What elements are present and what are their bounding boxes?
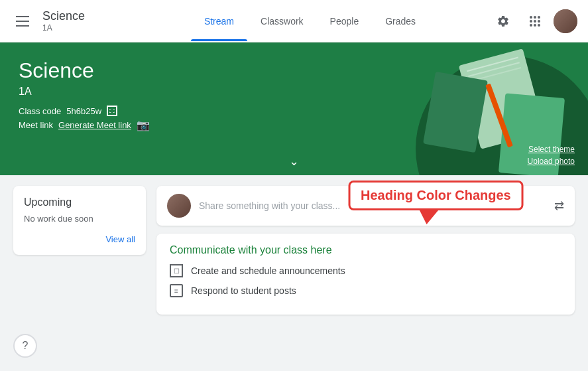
share-input[interactable]: Share something with your class... — [199, 200, 546, 211]
hero-banner: Science 1A Class code 5h6b25w ⛶ Meet lin… — [0, 42, 588, 175]
nav-tabs: Stream Classwork People Grades — [130, 1, 490, 41]
hero-class-subtitle: 1A — [19, 86, 150, 98]
gear-icon — [497, 15, 510, 28]
hero-meta: Class code 5h6b25w ⛶ Meet link Generate … — [19, 106, 150, 131]
communicate-title: Communicate with your class here — [170, 244, 561, 256]
view-all-button[interactable]: View all — [24, 234, 135, 244]
tab-grades[interactable]: Grades — [372, 1, 429, 41]
class-code-value: 5h6b25w — [66, 106, 101, 116]
upcoming-title: Upcoming — [24, 196, 135, 208]
share-avatar — [167, 194, 191, 218]
share-refresh-button[interactable]: ⇄ — [554, 198, 564, 213]
tab-classwork[interactable]: Classwork — [247, 1, 317, 41]
app-subtitle: 1A — [42, 23, 85, 33]
user-avatar-button[interactable] — [554, 9, 577, 33]
apps-button[interactable] — [522, 8, 548, 35]
hero-class-title: Science — [19, 58, 150, 83]
app-title: Science 1A — [42, 9, 85, 33]
communicate-item-announcements: ☐ Create and schedule announcements — [170, 264, 561, 277]
nav-right — [490, 8, 577, 35]
class-code-row: Class code 5h6b25w ⛶ — [19, 106, 150, 116]
sidebar: Upcoming No work due soon View all — [13, 186, 146, 360]
select-theme-button[interactable]: Select theme — [528, 145, 575, 154]
hamburger-menu-button[interactable] — [11, 11, 34, 32]
help-button[interactable]: ? — [13, 334, 37, 358]
tab-people[interactable]: People — [317, 1, 373, 41]
comment-icon: ≡ — [170, 284, 183, 297]
share-card: Share something with your class... Headi… — [156, 186, 575, 226]
announcement-text: Create and schedule announcements — [191, 265, 345, 276]
tab-stream[interactable]: Stream — [191, 1, 247, 41]
upload-photo-button[interactable]: Upload photo — [528, 157, 575, 166]
hero-content: Science 1A Class code 5h6b25w ⛶ Meet lin… — [19, 58, 150, 131]
communicate-card: Communicate with your class here ☐ Creat… — [156, 234, 575, 315]
upcoming-card: Upcoming No work due soon View all — [13, 186, 146, 255]
hero-actions: Select theme Upload photo — [528, 145, 575, 166]
expand-icon[interactable]: ⛶ — [107, 106, 117, 116]
meet-link-value[interactable]: Generate Meet link — [58, 120, 131, 130]
communicate-item-posts: ≡ Respond to student posts — [170, 284, 561, 297]
announcement-icon: ☐ — [170, 264, 183, 277]
class-code-label: Class code — [19, 106, 61, 116]
meet-link-row: Meet link Generate Meet link 📷 — [19, 119, 150, 131]
posts-text: Respond to student posts — [191, 285, 296, 296]
hero-chevron-button[interactable]: ⌄ — [289, 154, 299, 169]
top-navigation: Science 1A Stream Classwork People Grade… — [0, 0, 588, 42]
settings-button[interactable] — [490, 8, 516, 35]
main-content: Upcoming No work due soon View all Share… — [0, 175, 588, 371]
avatar-image — [554, 9, 577, 33]
grid-icon — [528, 15, 542, 28]
no-work-text: No work due soon — [24, 214, 135, 224]
camera-icon: 📷 — [137, 119, 150, 131]
stream-area: Share something with your class... Headi… — [156, 186, 575, 360]
nav-left: Science 1A — [11, 9, 130, 33]
meet-link-label: Meet link — [19, 120, 53, 130]
app-name: Science — [42, 9, 85, 23]
